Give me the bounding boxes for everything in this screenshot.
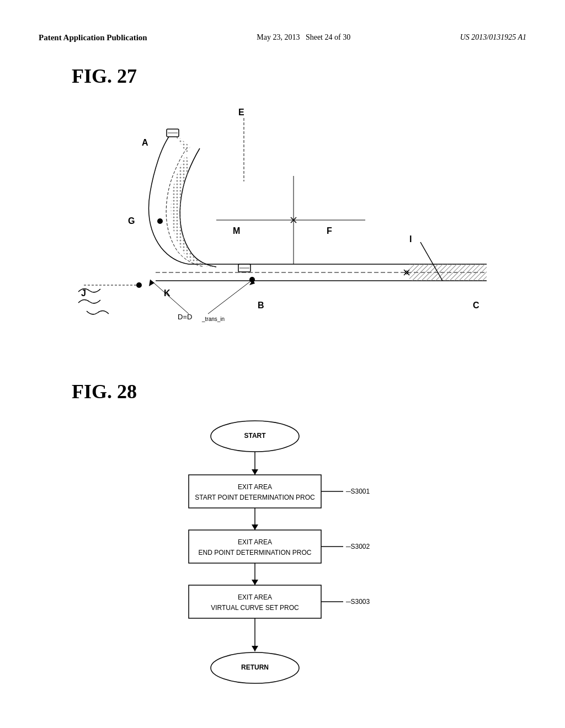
svg-text:I: I bbox=[409, 234, 412, 244]
svg-text:EXIT  AREA: EXIT AREA bbox=[238, 593, 272, 601]
sheet-info: Sheet 24 of 30 bbox=[306, 33, 350, 41]
fig28-label: FIG. 28 bbox=[72, 380, 526, 403]
svg-text:─S3002: ─S3002 bbox=[345, 543, 370, 550]
svg-text:B: B bbox=[258, 301, 264, 310]
svg-text:RETURN: RETURN bbox=[241, 663, 269, 671]
svg-line-31 bbox=[208, 280, 253, 314]
svg-text:F: F bbox=[327, 226, 332, 235]
svg-text:EXIT  AREA: EXIT AREA bbox=[238, 483, 272, 491]
svg-rect-56 bbox=[189, 585, 321, 618]
svg-text:START POINT DETERMINATION PROC: START POINT DETERMINATION PROC bbox=[195, 494, 315, 501]
svg-text:J: J bbox=[81, 288, 86, 298]
svg-text:END POINT DETERMINATION PROC: END POINT DETERMINATION PROC bbox=[199, 549, 312, 556]
svg-text:─S3001: ─S3001 bbox=[345, 488, 370, 495]
fig27-label: FIG. 27 bbox=[72, 65, 526, 88]
svg-point-8 bbox=[157, 218, 163, 224]
header-center: May 23, 2013 Sheet 24 of 30 bbox=[257, 33, 350, 42]
svg-point-10 bbox=[136, 282, 142, 288]
svg-marker-55 bbox=[252, 580, 258, 585]
svg-text:EXIT  AREA: EXIT AREA bbox=[238, 538, 272, 546]
svg-rect-42 bbox=[189, 475, 321, 508]
svg-text:_trans_in: _trans_in bbox=[201, 316, 225, 322]
svg-text:A: A bbox=[142, 138, 148, 147]
svg-marker-41 bbox=[252, 469, 258, 475]
svg-marker-62 bbox=[252, 646, 258, 651]
page: Patent Application Publication May 23, 2… bbox=[0, 0, 565, 728]
svg-text:─S3003: ─S3003 bbox=[345, 598, 370, 606]
fig27-diagram: A E G M F I J K B C D=D _trans_in bbox=[56, 93, 509, 347]
svg-marker-34 bbox=[149, 280, 154, 286]
publication-label: Patent Application Publication bbox=[39, 33, 147, 42]
svg-text:START: START bbox=[244, 432, 266, 440]
pub-date: May 23, 2013 bbox=[257, 33, 300, 41]
svg-text:K: K bbox=[164, 288, 170, 298]
fig28-flowchart: START EXIT AREA START POINT DETERMINATIO… bbox=[145, 414, 420, 723]
svg-rect-3 bbox=[409, 264, 487, 281]
svg-text:M: M bbox=[233, 226, 240, 235]
svg-marker-48 bbox=[252, 524, 258, 530]
svg-text:D=D: D=D bbox=[178, 313, 192, 321]
svg-rect-49 bbox=[189, 530, 321, 563]
patent-number: US 2013/0131925 A1 bbox=[460, 33, 526, 42]
header: Patent Application Publication May 23, 2… bbox=[39, 33, 526, 42]
svg-text:E: E bbox=[238, 108, 244, 117]
svg-text:VIRTUAL CURVE SET PROC: VIRTUAL CURVE SET PROC bbox=[211, 604, 299, 612]
svg-text:G: G bbox=[128, 216, 135, 226]
svg-line-32 bbox=[150, 280, 189, 314]
svg-text:C: C bbox=[473, 301, 479, 310]
